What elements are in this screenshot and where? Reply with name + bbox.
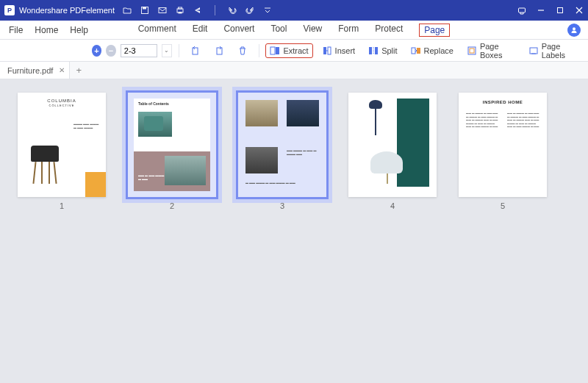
undo-icon[interactable] (227, 5, 237, 15)
thumb-headline: Table of Contents (134, 99, 210, 109)
thumb-accent (85, 172, 106, 197)
tab-comment[interactable]: Comment (138, 24, 176, 37)
tab-protect[interactable]: Protect (375, 24, 403, 37)
rotate-right-button[interactable] (209, 43, 229, 58)
svg-rect-16 (369, 47, 372, 54)
svg-rect-6 (519, 8, 526, 12)
thumb-text-block: ▬▬ ▬ ▬▬▬ ▬ ▬▬ ▬▬ ▬ ▬▬▬ ▬ ▬▬ ▬▬▬ ▬ ▬▬ ▬ ▬… (466, 112, 498, 190)
replace-icon (411, 46, 421, 56)
separator (259, 44, 259, 57)
rotate-left-button[interactable] (186, 43, 205, 58)
quick-access-toolbar (122, 5, 273, 15)
thumb-image (165, 156, 206, 185)
svg-rect-19 (412, 48, 415, 54)
window-controls (517, 6, 584, 15)
print-icon[interactable] (175, 5, 185, 15)
thumb-subhead: COLLECTIVE (49, 104, 75, 107)
page-number: 5 (501, 201, 505, 210)
close-icon[interactable] (575, 6, 584, 15)
pageboxes-button[interactable]: Page Boxes (462, 40, 520, 62)
page-toolbar: + − ⌄ Extract Insert Split Replace Page … (0, 40, 588, 62)
pagelabels-label: Page Labels (542, 42, 578, 60)
tab-view[interactable]: View (303, 24, 322, 37)
page-number: 4 (390, 201, 395, 210)
share-icon[interactable] (193, 5, 203, 15)
insert-label: Insert (335, 46, 356, 55)
page-range-dropdown[interactable]: ⌄ (162, 44, 172, 57)
dropdown-icon[interactable] (262, 5, 273, 15)
new-tab-button[interactable]: + (70, 65, 87, 76)
split-label: Split (381, 46, 397, 55)
page-thumbnail[interactable] (348, 93, 437, 197)
svg-rect-10 (193, 48, 198, 54)
pageboxes-label: Page Boxes (480, 42, 515, 60)
page-thumb-wrap: INSPIRED HOME ▬▬ ▬ ▬▬▬ ▬ ▬▬ ▬▬ ▬ ▬▬▬ ▬ ▬… (459, 93, 547, 210)
split-button[interactable]: Split (364, 43, 401, 58)
page-thumbnail[interactable]: ▬▬ ▬▬▬ ▬ ▬▬ ▬ ▬▬▬ ▬▬ ▬ ▬▬ ▬▬▬ ▬ ▬▬ ▬▬▬ ▬… (238, 93, 326, 197)
page-thumb-wrap: COLUMBIACOLLECTIVE ▬▬▬ ▬▬ ▬▬▬ ▬ ▬▬ ▬▬▬ 1 (18, 93, 106, 210)
thumb-image (144, 116, 163, 131)
pagelabels-icon (528, 46, 539, 56)
save-icon[interactable] (140, 5, 150, 15)
replace-label: Replace (424, 46, 453, 55)
pagelabels-button[interactable]: Page Labels (524, 40, 582, 62)
svg-rect-13 (276, 47, 279, 54)
menu-home[interactable]: Home (35, 25, 58, 35)
menu-file[interactable]: File (9, 25, 23, 35)
svg-rect-22 (470, 49, 474, 53)
page-thumbnail[interactable]: COLUMBIACOLLECTIVE ▬▬▬ ▬▬ ▬▬▬ ▬ ▬▬ ▬▬▬ (18, 93, 106, 197)
insert-icon (322, 46, 332, 56)
menu-help[interactable]: Help (70, 25, 88, 35)
page-number: 2 (170, 201, 174, 210)
minimize-icon[interactable] (537, 6, 545, 15)
page-range-input[interactable] (121, 44, 157, 57)
thumb-image (363, 100, 387, 137)
rotate-right-icon (214, 46, 224, 56)
tab-convert[interactable]: Convert (223, 24, 254, 37)
add-page-button[interactable]: + (92, 45, 102, 57)
thumb-text-block: ▬▬ ▬ ▬▬▬ ▬ ▬▬ ▬▬ ▬ ▬▬▬ ▬ ▬▬ ▬▬▬ ▬ ▬▬ ▬ ▬… (507, 112, 539, 190)
page-thumbnail-canvas: COLUMBIACOLLECTIVE ▬▬▬ ▬▬ ▬▬▬ ▬ ▬▬ ▬▬▬ 1… (0, 79, 588, 383)
page-number: 3 (280, 201, 284, 210)
thumb-image (287, 100, 319, 126)
redo-icon[interactable] (245, 5, 255, 15)
insert-button[interactable]: Insert (318, 43, 360, 58)
document-tab[interactable]: Furniture.pdf ✕ (0, 62, 70, 79)
thumb-headline: COLUMBIA (47, 99, 76, 103)
svg-rect-14 (323, 47, 326, 54)
tab-page[interactable]: Page (419, 24, 450, 37)
page-thumb-wrap: ▬▬ ▬▬▬ ▬ ▬▬ ▬ ▬▬▬ ▬▬ ▬ ▬▬ ▬▬▬ ▬ ▬▬ ▬▬▬ ▬… (238, 93, 326, 210)
tab-edit[interactable]: Edit (193, 24, 208, 37)
remove-page-button[interactable]: − (106, 45, 116, 57)
page-thumbnail[interactable]: Table of Contents ▬▬ ▬ ▬▬ ▬▬▬ ▬ ▬▬ (128, 93, 216, 197)
maximize-icon[interactable] (556, 6, 564, 15)
extract-button[interactable]: Extract (265, 43, 312, 58)
thumb-text-block: ▬ ▬▬ ▬▬▬ ▬ ▬▬ ▬▬▬ ▬ ▬▬ (245, 181, 319, 191)
svg-rect-17 (375, 47, 378, 54)
user-avatar-icon[interactable] (567, 24, 581, 37)
extract-icon (270, 46, 280, 56)
tab-form[interactable]: Form (338, 24, 359, 37)
page-thumbnail[interactable]: INSPIRED HOME ▬▬ ▬ ▬▬▬ ▬ ▬▬ ▬▬ ▬ ▬▬▬ ▬ ▬… (459, 93, 547, 197)
mail-icon[interactable] (157, 5, 168, 15)
svg-rect-8 (558, 8, 563, 13)
svg-point-9 (573, 27, 576, 30)
thumb-image (245, 147, 278, 173)
separator (215, 5, 215, 15)
page-thumb-wrap: Table of Contents ▬▬ ▬ ▬▬ ▬▬▬ ▬ ▬▬ 2 (128, 93, 216, 210)
replace-button[interactable]: Replace (406, 43, 458, 58)
thumb-image (366, 148, 407, 184)
thumb-image (245, 100, 278, 126)
tab-tool[interactable]: Tool (270, 24, 287, 37)
pageboxes-icon (467, 46, 477, 56)
sync-icon[interactable] (517, 6, 526, 15)
document-tab-label: Furniture.pdf (7, 66, 53, 75)
delete-page-button[interactable] (233, 43, 252, 58)
svg-rect-11 (217, 48, 222, 54)
svg-rect-4 (179, 7, 182, 9)
document-tab-bar: Furniture.pdf ✕ + (0, 62, 588, 79)
menu-bar: File Home Help Comment Edit Convert Tool… (0, 21, 588, 40)
svg-rect-5 (179, 12, 182, 14)
close-tab-icon[interactable]: ✕ (59, 66, 65, 74)
open-icon[interactable] (122, 5, 132, 15)
